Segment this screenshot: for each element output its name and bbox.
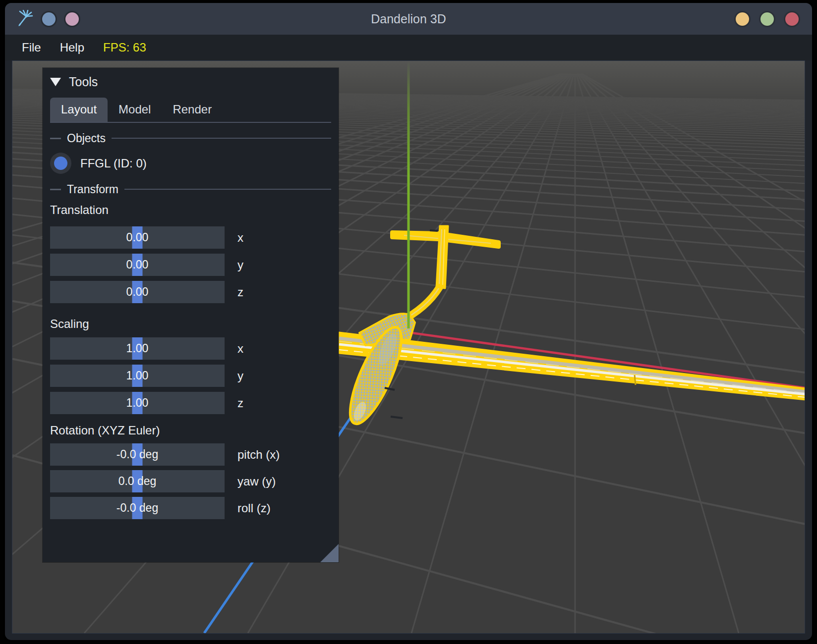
window-title: Dandelion 3D xyxy=(5,3,812,35)
screen: Dandelion 3D File Help FPS: 63 xyxy=(0,0,817,644)
tools-panel: Tools Layout Model Render Objects FFGL (… xyxy=(43,68,339,562)
title-bar[interactable]: Dandelion 3D xyxy=(5,3,812,35)
axis-label-yaw: yaw (y) xyxy=(237,475,276,488)
slider-scaling-z[interactable]: 1.00 xyxy=(50,392,225,414)
menu-file[interactable]: File xyxy=(22,41,41,54)
slider-value: 1.00 xyxy=(50,392,225,414)
slider-translation-z[interactable]: 0.00 xyxy=(50,281,225,303)
axis-label-z: z xyxy=(237,396,243,410)
axis-label-roll: roll (z) xyxy=(237,501,271,515)
slider-scaling-y[interactable]: 1.00 xyxy=(50,365,225,387)
objects-separator: Objects xyxy=(50,131,331,146)
slider-rotation-roll[interactable]: -0.0 deg xyxy=(50,497,225,519)
object-label: FFGL (ID: 0) xyxy=(80,157,147,170)
axis-label-z: z xyxy=(237,285,243,299)
slider-translation-x[interactable]: 0.00 xyxy=(50,226,225,249)
axis-label-pitch: pitch (x) xyxy=(237,448,280,462)
slider-row: 1.00 y xyxy=(50,365,331,387)
slider-row: 1.00 x xyxy=(50,337,331,360)
transform-section-title: Transform xyxy=(67,183,118,196)
slider-rotation-pitch[interactable]: -0.0 deg xyxy=(50,443,225,466)
maximize-button[interactable] xyxy=(759,11,775,27)
collapse-triangle-icon[interactable] xyxy=(50,78,61,86)
panel-header[interactable]: Tools xyxy=(50,74,331,90)
slider-value: 1.00 xyxy=(50,365,225,387)
panel-resize-handle[interactable] xyxy=(320,544,339,562)
panel-tabs: Layout Model Render xyxy=(50,97,331,123)
minimize-button[interactable] xyxy=(734,11,751,27)
slider-rotation-yaw[interactable]: 0.0 deg xyxy=(50,470,225,492)
panel-title: Tools xyxy=(69,75,98,89)
slider-value: 0.00 xyxy=(50,226,225,249)
slider-row: 0.0 deg yaw (y) xyxy=(50,470,331,492)
close-button[interactable] xyxy=(784,11,800,27)
slider-value: -0.0 deg xyxy=(50,443,225,466)
object-list-item[interactable]: FFGL (ID: 0) xyxy=(50,153,331,174)
slider-row: -0.0 deg roll (z) xyxy=(50,497,331,519)
menu-help[interactable]: Help xyxy=(60,41,84,54)
slider-value: 0.0 deg xyxy=(50,470,225,492)
slider-row: -0.0 deg pitch (x) xyxy=(50,443,331,466)
tab-render[interactable]: Render xyxy=(162,98,223,122)
slider-row: 0.00 x xyxy=(50,226,331,249)
slider-row: 0.00 y xyxy=(50,254,331,276)
app-window: Dandelion 3D File Help FPS: 63 xyxy=(5,3,812,640)
axis-label-x: x xyxy=(237,231,243,245)
object-radio-selected[interactable] xyxy=(50,153,71,174)
slider-translation-y[interactable]: 0.00 xyxy=(50,254,225,276)
slider-row: 0.00 z xyxy=(50,281,331,303)
objects-section-title: Objects xyxy=(67,132,106,145)
slider-value: 1.00 xyxy=(50,337,225,360)
translation-label: Translation xyxy=(50,203,331,217)
slider-value: 0.00 xyxy=(50,254,225,276)
slider-value: -0.0 deg xyxy=(50,497,225,519)
slider-scaling-x[interactable]: 1.00 xyxy=(50,337,225,360)
tab-layout[interactable]: Layout xyxy=(50,98,108,122)
viewport-3d[interactable]: Tools Layout Model Render Objects FFGL (… xyxy=(12,60,805,634)
scaling-label: Scaling xyxy=(50,316,331,332)
menu-bar: File Help FPS: 63 xyxy=(5,35,812,60)
rotation-label: Rotation (XYZ Euler) xyxy=(50,422,331,439)
axis-label-y: y xyxy=(237,369,243,383)
axis-label-x: x xyxy=(237,342,243,356)
fps-counter: FPS: 63 xyxy=(103,41,146,54)
transform-separator: Transform xyxy=(50,182,331,197)
tab-model[interactable]: Model xyxy=(108,98,162,122)
slider-row: 1.00 z xyxy=(50,392,331,414)
slider-value: 0.00 xyxy=(50,281,225,303)
axis-label-y: y xyxy=(237,258,243,272)
